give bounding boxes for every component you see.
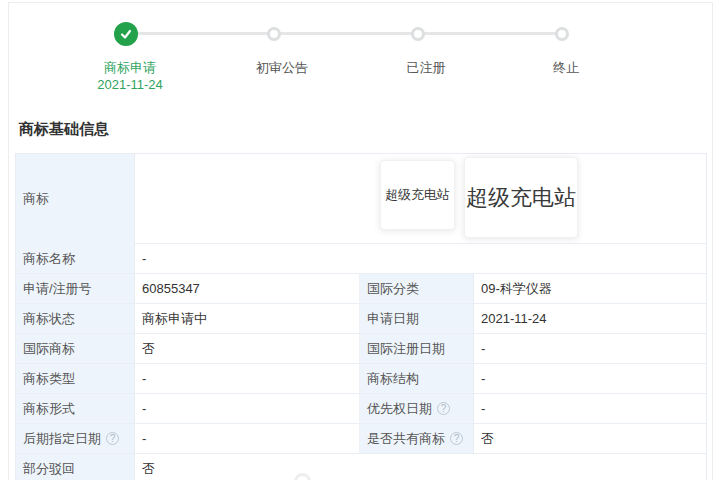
row-value: -: [135, 394, 360, 423]
row-label: 商标形式: [16, 394, 135, 423]
trademark-progress-stepper: 商标申请 2021-11-24 初审公告 已注册 终止: [9, 3, 712, 103]
row-label: 申请日期: [360, 304, 474, 333]
row-label: 国际注册日期: [360, 334, 474, 363]
row-value: 商标申请中: [135, 304, 360, 333]
step-label-preliminary: 初审公告: [222, 59, 342, 77]
row-value: 09-科学仪器: [474, 274, 706, 303]
step-label-terminated: 终止: [506, 59, 626, 77]
row-value: -: [474, 394, 706, 423]
step-circle-icon: [555, 27, 569, 41]
row-label: 商标类型: [16, 364, 135, 393]
row-label-text: 后期指定日期: [23, 430, 101, 448]
row-value: -: [135, 364, 360, 393]
trademark-image-large-text: 超级充电站: [466, 183, 576, 213]
table-row-trademark: 商标 超级充电站 超级充电站: [16, 154, 706, 244]
row-value: 否: [135, 334, 360, 363]
row-label-text: 优先权日期: [367, 400, 432, 418]
help-icon[interactable]: ?: [450, 432, 463, 445]
step-done-check-icon: [114, 22, 138, 46]
row-value: -: [474, 334, 706, 363]
row-value: 否: [474, 424, 706, 453]
content-card: 商标申请 2021-11-24 初审公告 已注册 终止 商标基础信息 商标 超级…: [8, 2, 713, 480]
row-label: 国际分类: [360, 274, 474, 303]
table-row: 商标类型 - 商标结构 -: [16, 364, 706, 394]
row-label: 商标状态: [16, 304, 135, 333]
table-row: 商标名称 -: [16, 244, 706, 274]
help-icon[interactable]: ?: [437, 402, 450, 415]
step-label-apply: 商标申请: [70, 59, 190, 77]
row-value: 2021-11-24: [474, 304, 706, 333]
row-label: 国际商标: [16, 334, 135, 363]
row-label: 申请/注册号: [16, 274, 135, 303]
row-label: 是否共有商标 ?: [360, 424, 474, 453]
table-row: 部分驳回 否: [16, 454, 706, 480]
row-label-text: 是否共有商标: [367, 430, 445, 448]
step-circle-icon: [411, 27, 425, 41]
trademark-image-small[interactable]: 超级充电站: [380, 160, 455, 230]
row-label: 商标: [16, 154, 135, 244]
step-label-registered: 已注册: [366, 59, 486, 77]
table-row: 商标形式 - 优先权日期 ? -: [16, 394, 706, 424]
row-value: -: [135, 244, 706, 273]
trademark-info-table: 商标 超级充电站 超级充电站 商标名称 - 申请/注册号 60855347 国际…: [15, 153, 707, 480]
table-row: 后期指定日期 ? - 是否共有商标 ? 否: [16, 424, 706, 454]
trademark-image-area: 超级充电站 超级充电站: [135, 154, 706, 244]
row-label: 部分驳回: [16, 454, 135, 480]
step-circle-icon: [267, 27, 281, 41]
row-value: 否: [135, 454, 706, 480]
table-row: 商标状态 商标申请中 申请日期 2021-11-24: [16, 304, 706, 334]
row-label: 优先权日期 ?: [360, 394, 474, 423]
row-value: 60855347: [135, 274, 360, 303]
table-row: 国际商标 否 国际注册日期 -: [16, 334, 706, 364]
step-date-apply: 2021-11-24: [70, 77, 190, 92]
trademark-image-small-text: 超级充电站: [385, 186, 450, 204]
help-icon[interactable]: ?: [106, 432, 119, 445]
row-label: 商标结构: [360, 364, 474, 393]
row-value: -: [474, 364, 706, 393]
row-value: -: [135, 424, 360, 453]
table-row: 申请/注册号 60855347 国际分类 09-科学仪器: [16, 274, 706, 304]
row-label: 后期指定日期 ?: [16, 424, 135, 453]
trademark-image-large[interactable]: 超级充电站: [464, 157, 578, 238]
row-label: 商标名称: [16, 244, 135, 273]
stepper-track: [126, 32, 562, 35]
section-title: 商标基础信息: [19, 120, 109, 139]
